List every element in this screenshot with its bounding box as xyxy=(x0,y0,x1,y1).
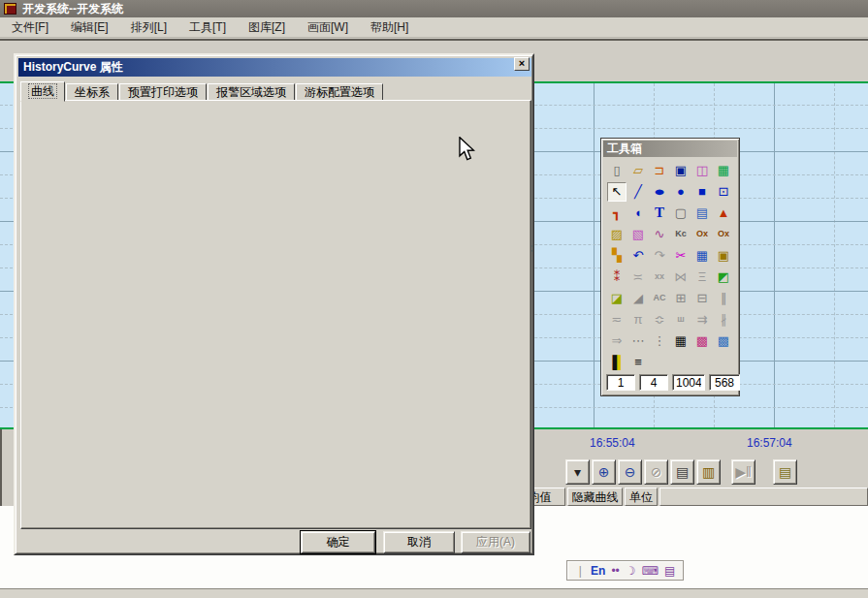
cancel-button[interactable]: 取消 xyxy=(383,531,455,553)
grid-line xyxy=(594,83,595,427)
distribute-v-icon[interactable]: ∦ xyxy=(714,310,733,330)
object-width-field[interactable] xyxy=(672,374,705,391)
menu-edit[interactable]: 编辑[E] xyxy=(65,17,114,38)
chart-col-hide-curve[interactable]: 隐藏曲线 xyxy=(567,488,623,506)
contrast-bars-icon[interactable]: ▌ xyxy=(607,353,627,372)
align-bottom-icon[interactable]: ш xyxy=(671,310,691,330)
align-center-icon[interactable]: ≎ xyxy=(650,310,669,330)
pipe-icon[interactable]: ┓ xyxy=(607,204,627,223)
dialog-title: HistoryCurve 属性 xyxy=(23,59,123,76)
toolbox-titlebar[interactable]: 工具箱 xyxy=(603,141,737,157)
kc-control-icon[interactable]: Kc xyxy=(671,225,691,244)
report-button[interactable]: ▥ xyxy=(696,459,721,485)
tab-alarm-area-options[interactable]: 报警区域选项 xyxy=(208,83,295,101)
fill-icon[interactable]: ◢ xyxy=(628,289,648,308)
ellipse-icon[interactable]: ● xyxy=(650,182,669,202)
display-icon[interactable]: ▦ xyxy=(714,161,733,180)
join-shapes-icon[interactable]: ⋈ xyxy=(671,268,691,287)
redo-icon[interactable]: ↷ xyxy=(650,246,669,266)
toolbox-fields xyxy=(606,374,744,391)
toolbox-title: 工具箱 xyxy=(607,142,642,155)
close-icon[interactable]: × xyxy=(514,57,530,71)
new-file-icon[interactable]: ▯ xyxy=(607,161,627,180)
object-y-field[interactable] xyxy=(639,374,668,391)
hlines-icon[interactable]: ≡ xyxy=(628,353,648,372)
distribute-h-icon[interactable]: ⇉ xyxy=(692,310,712,330)
zoom-reset-button[interactable]: ⊘ xyxy=(644,459,668,485)
align-left-icon[interactable]: ≂ xyxy=(607,310,627,330)
exit-icon[interactable]: ⊐ xyxy=(650,161,669,180)
zoom-in-button[interactable]: ⊕ xyxy=(592,459,616,485)
report-icon[interactable]: ▨ xyxy=(607,225,627,244)
paste-format-icon[interactable]: ⊟ xyxy=(692,289,712,308)
pointer-icon[interactable]: ↖ xyxy=(607,182,627,202)
tab-cursor-options[interactable]: 游标配置选项 xyxy=(296,83,383,101)
ime-menu-button[interactable]: ▤ xyxy=(664,564,675,578)
chart-col-unit[interactable]: 单位 xyxy=(625,488,658,506)
ac-icon[interactable]: AC xyxy=(650,289,669,308)
rocket-icon[interactable]: ▲ xyxy=(714,204,733,223)
building-icon[interactable]: ▦ xyxy=(692,246,712,266)
history-curve-icon[interactable]: ∿ xyxy=(650,225,669,244)
ime-moon-button[interactable]: ☽ xyxy=(626,564,636,578)
menu-tools[interactable]: 工具[T] xyxy=(183,17,232,38)
ok-button[interactable]: 确定 xyxy=(301,531,375,553)
tab-axes[interactable]: 坐标系 xyxy=(66,83,118,101)
undo-icon[interactable]: ↶ xyxy=(628,246,648,266)
palette-icon[interactable]: ▩ xyxy=(692,331,712,351)
paste-icon[interactable]: ▣ xyxy=(714,246,733,266)
menu-arrange[interactable]: 排列[L] xyxy=(125,17,173,38)
window-titlebar[interactable]: 开发系统--开发系统 xyxy=(0,0,868,17)
rounded-rect-icon[interactable]: ▢ xyxy=(671,204,691,223)
menu-gallery[interactable]: 图库[Z] xyxy=(242,17,291,38)
save-icon[interactable]: ▣ xyxy=(671,161,691,180)
export-db-icon[interactable]: ▚ xyxy=(607,246,627,266)
ime-keyboard-button[interactable]: ⌨ xyxy=(642,564,659,578)
polygon-icon[interactable]: ⊡ xyxy=(714,182,733,202)
align-widget-icon[interactable]: ≍ xyxy=(628,268,648,287)
circle-icon[interactable]: ● xyxy=(671,182,691,202)
properties-button[interactable]: ▤ xyxy=(773,459,797,485)
arc-icon[interactable]: ◖ xyxy=(628,204,648,223)
node-edit-icon[interactable]: ◩ xyxy=(714,268,733,287)
order-icon[interactable]: ⇒ xyxy=(607,331,627,351)
flip-icon[interactable]: ∥ xyxy=(714,289,733,308)
stretch-icon[interactable]: Ξ xyxy=(692,268,712,287)
menu-screen[interactable]: 画面[W] xyxy=(302,17,354,38)
tab-print-options[interactable]: 预置打印选项 xyxy=(119,83,207,101)
group-icon[interactable]: ⁑ xyxy=(607,268,627,287)
ox-control-icon[interactable]: Ox xyxy=(692,225,712,244)
menu-help[interactable]: 帮助[H] xyxy=(365,17,414,38)
bitmap-icon[interactable]: ▧ xyxy=(628,225,648,244)
curve-dropdown-button[interactable]: ▾ xyxy=(565,459,590,485)
ime-handle: ❘ xyxy=(575,564,585,578)
tab-curve[interactable]: 曲线 xyxy=(20,81,65,102)
text-icon[interactable]: T xyxy=(650,204,669,223)
palette-pick-icon[interactable]: ▩ xyxy=(714,331,733,351)
rectangle-icon[interactable]: ■ xyxy=(692,182,712,202)
preview-icon[interactable]: ◫ xyxy=(692,161,712,180)
copy-format-icon[interactable]: ⊞ xyxy=(671,289,691,308)
zoom-out-button[interactable]: ⊖ xyxy=(618,459,642,485)
line-icon[interactable]: ╱ xyxy=(628,182,648,202)
listbox-icon[interactable]: ▤ xyxy=(692,204,712,223)
print-button[interactable]: ▤ xyxy=(670,459,694,485)
align-top-icon[interactable]: π xyxy=(628,310,648,330)
open-folder-icon[interactable]: ▱ xyxy=(628,161,648,180)
dots-h-icon[interactable]: ⋯ xyxy=(628,331,648,351)
play-pause-button[interactable]: ▶‖ xyxy=(731,459,755,485)
object-height-field[interactable] xyxy=(709,374,740,391)
ox-small-control-icon[interactable]: Ox xyxy=(714,225,733,244)
object-x-field[interactable] xyxy=(606,374,635,391)
grid-icon[interactable]: ▦ xyxy=(671,331,691,351)
ime-lang-button[interactable]: En xyxy=(591,564,605,578)
historycurve-properties-dialog: HistoryCurve 属性 × 曲线 坐标系 预置打印选项 报警区域选项 游… xyxy=(14,53,534,555)
cut-icon[interactable]: ✂ xyxy=(671,246,691,266)
delete-points-icon[interactable]: xx xyxy=(650,268,669,287)
ime-dots-button[interactable]: •• xyxy=(611,564,619,578)
dialog-titlebar[interactable]: HistoryCurve 属性 xyxy=(18,58,531,77)
node-insert-icon[interactable]: ◪ xyxy=(607,289,627,308)
dots-v-icon[interactable]: ⋮ xyxy=(650,331,669,351)
menu-file[interactable]: 文件[F] xyxy=(6,17,54,38)
apply-button[interactable]: 应用(A) xyxy=(461,531,530,553)
